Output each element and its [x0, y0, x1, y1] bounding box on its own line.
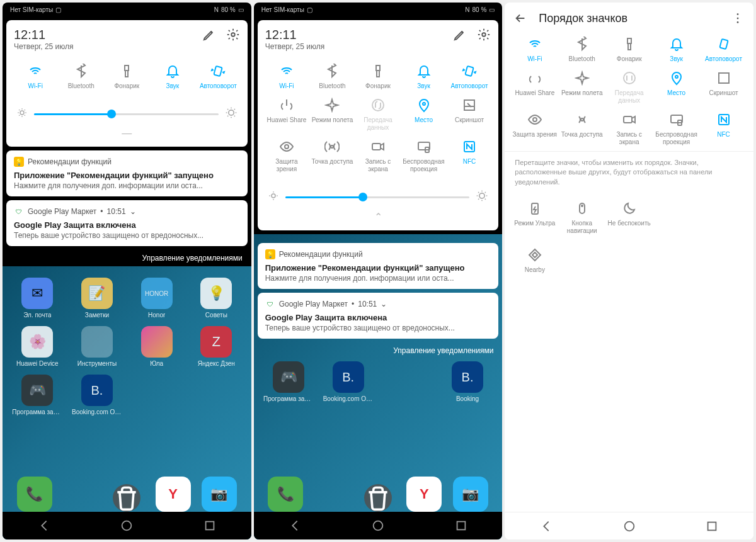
- dock: 📞 Y 📷: [3, 477, 251, 512]
- dock-camera[interactable]: 📷: [453, 477, 488, 512]
- flashlight-icon: [622, 37, 637, 52]
- app-booking[interactable]: B.Booking.com Отели: [71, 375, 123, 415]
- tile-dnd[interactable]: Не беспокоить: [607, 198, 651, 237]
- tile-autorotate[interactable]: Автоповорот: [197, 61, 240, 93]
- tile-screen-record[interactable]: Запись с экрана: [607, 110, 651, 149]
- tile-huawei-share[interactable]: Huawei Share: [512, 68, 557, 107]
- tile-autorotate[interactable]: Автоповорот: [701, 34, 746, 65]
- collapse-handle-icon[interactable]: ⌃: [265, 211, 491, 223]
- shield-icon: 🛡: [14, 206, 24, 217]
- tile-sound[interactable]: Звук: [654, 34, 699, 65]
- airplane-icon: [324, 98, 340, 113]
- app-booking-2[interactable]: B.Booking: [442, 361, 494, 402]
- dock-phone[interactable]: 📞: [268, 477, 303, 512]
- nav-recent[interactable]: [705, 519, 719, 533]
- record-icon: [370, 139, 386, 154]
- dock-camera[interactable]: 📷: [202, 477, 237, 512]
- tile-sound[interactable]: Звук: [151, 61, 195, 93]
- notification-recommendations[interactable]: 💡Рекомендации функций Приложение "Рекоме…: [258, 243, 499, 289]
- notification-play-protect[interactable]: 🛡Google Play Маркет • 10:51 ⌄ Google Pla…: [6, 200, 248, 246]
- tile-location[interactable]: Место: [654, 68, 699, 107]
- tile-nav-button[interactable]: Кнопка навигации: [559, 198, 604, 237]
- tile-data[interactable]: Передача данных: [357, 95, 400, 134]
- svg-rect-3: [214, 66, 222, 76]
- nav-back[interactable]: [539, 519, 553, 533]
- app-email[interactable]: ✉Эл. почта: [11, 278, 64, 319]
- brightness-slider[interactable]: [14, 98, 240, 125]
- tile-autorotate[interactable]: Автоповорот: [448, 61, 491, 93]
- manage-notifications-link[interactable]: Управление уведомлениями: [3, 250, 251, 266]
- app-booking[interactable]: B.Booking.com Отели: [322, 361, 374, 402]
- app-huawei-device[interactable]: 🌸Huawei Device: [11, 326, 64, 367]
- nav-recent[interactable]: [203, 519, 217, 533]
- tile-bluetooth[interactable]: Bluetooth: [60, 61, 103, 93]
- dock-yandex[interactable]: Y: [156, 477, 191, 512]
- wifi-icon: [279, 64, 294, 79]
- svg-point-42: [581, 205, 583, 206]
- status-bar: Нет SIM-карты ▢ N80 %▭: [3, 3, 251, 16]
- screen-2: Нет SIM-карты ▢ N80 %▭ 12:11 Четверг, 25…: [254, 3, 503, 539]
- tile-sound[interactable]: Звук: [402, 61, 445, 93]
- tile-location[interactable]: Место: [402, 95, 445, 134]
- notification-recommendations[interactable]: 💡Рекомендации функций Приложение "Рекоме…: [6, 150, 248, 196]
- app-tips[interactable]: 💡Советы: [190, 278, 243, 319]
- tile-hotspot[interactable]: Точка доступа: [311, 137, 354, 176]
- nav-recent[interactable]: [454, 519, 468, 533]
- bell-icon: [165, 64, 180, 79]
- hotspot-icon: [575, 112, 590, 127]
- settings-icon[interactable]: [477, 28, 491, 42]
- tile-bluetooth[interactable]: Bluetooth: [311, 61, 354, 93]
- drag-handle-icon[interactable]: —: [14, 128, 240, 139]
- tile-screen-record[interactable]: Запись с экрана: [357, 137, 400, 176]
- app-zen[interactable]: ZЯндекс Дзен: [190, 326, 243, 367]
- chevron-down-icon[interactable]: ⌄: [381, 300, 387, 308]
- tile-wifi[interactable]: Wi-Fi: [265, 61, 309, 93]
- tile-screenshot[interactable]: Скриншот: [701, 68, 746, 107]
- nav-back[interactable]: [37, 519, 51, 533]
- edit-icon[interactable]: [202, 28, 216, 42]
- back-arrow-icon[interactable]: [513, 11, 527, 25]
- tile-nearby[interactable]: Nearby: [512, 245, 557, 276]
- chevron-down-icon[interactable]: ⌄: [130, 207, 136, 216]
- app-fortnite[interactable]: 🎮Программа запуска Fort...: [263, 361, 315, 402]
- app-youla[interactable]: Юла: [130, 326, 183, 367]
- battery-ultra-icon: [527, 201, 542, 216]
- more-icon[interactable]: [731, 11, 745, 25]
- dock-yandex[interactable]: Y: [406, 477, 442, 512]
- nav-home[interactable]: [371, 519, 385, 533]
- brightness-slider[interactable]: [265, 181, 491, 208]
- svg-rect-37: [671, 115, 682, 123]
- tile-airplane[interactable]: Режим полета: [311, 95, 354, 134]
- tile-flashlight[interactable]: Фонарик: [357, 61, 400, 93]
- tile-screenshot[interactable]: Скриншот: [448, 95, 491, 134]
- tile-ultra[interactable]: Режим Ультра: [512, 198, 557, 237]
- clock-date: Четверг, 25 июля: [14, 42, 74, 51]
- tile-wifi[interactable]: Wi-Fi: [512, 34, 557, 65]
- nav-home[interactable]: [622, 519, 636, 533]
- tile-flashlight[interactable]: Фонарик: [607, 34, 651, 65]
- tile-nfc[interactable]: NFC: [701, 110, 746, 149]
- app-tools-folder[interactable]: Инструменты: [71, 326, 123, 367]
- edit-icon[interactable]: [453, 28, 467, 42]
- tile-bluetooth[interactable]: Bluetooth: [559, 34, 604, 65]
- app-fortnite[interactable]: 🎮Программа запуска Fort...: [11, 375, 64, 415]
- notification-play-protect[interactable]: 🛡Google Play Маркет • 10:51 ⌄ Google Pla…: [258, 293, 499, 339]
- tile-huawei-share[interactable]: Huawei Share: [265, 95, 309, 134]
- nav-back[interactable]: [288, 519, 302, 533]
- manage-notifications-link[interactable]: Управление уведомлениями: [254, 342, 503, 359]
- dock-phone[interactable]: 📞: [17, 477, 52, 512]
- nav-home[interactable]: [120, 519, 134, 533]
- tile-cast[interactable]: Беспроводная проекция: [654, 110, 699, 149]
- tile-eye-comfort[interactable]: Защита зрения: [512, 110, 557, 149]
- settings-icon[interactable]: [226, 28, 240, 42]
- tile-hotspot[interactable]: Точка доступа: [559, 110, 604, 149]
- tile-cast[interactable]: Беспроводная проекция: [402, 137, 445, 176]
- tile-wifi[interactable]: Wi-Fi: [14, 61, 57, 93]
- tile-eye-comfort[interactable]: Защита зрения: [265, 137, 309, 176]
- app-honor[interactable]: HONORHonor: [130, 278, 183, 319]
- tile-nfc[interactable]: NFC: [448, 137, 491, 176]
- tile-flashlight[interactable]: Фонарик: [105, 61, 149, 93]
- tile-airplane[interactable]: Режим полета: [559, 68, 604, 107]
- tile-data[interactable]: Передача данных: [607, 68, 651, 107]
- app-notes[interactable]: 📝Заметки: [71, 278, 123, 319]
